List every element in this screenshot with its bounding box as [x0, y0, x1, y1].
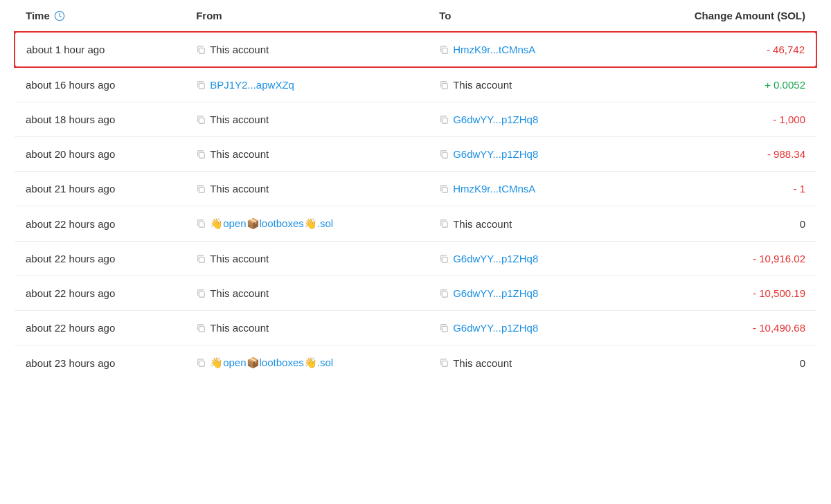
table-row: about 18 hours ago This account G6dwYY..… [15, 102, 816, 137]
from-cell: BPJ1Y2...apwXZq [185, 67, 428, 102]
svg-rect-12 [443, 222, 448, 227]
transactions-container: Time From To Change Amount (SOL) about 1… [0, 0, 831, 380]
from-cell: This account [185, 242, 428, 276]
svg-rect-20 [443, 361, 448, 366]
to-cell: G6dwYY...p1ZHq8 [428, 137, 613, 172]
change-column-header: Change Amount (SOL) [613, 0, 816, 32]
to-address-link[interactable]: G6dwYY...p1ZHq8 [453, 114, 538, 125]
to-account-label: This account [453, 218, 512, 230]
svg-rect-11 [199, 222, 205, 227]
from-cell: This account [185, 276, 428, 311]
from-account-label: This account [210, 44, 269, 55]
time-column-header: Time [15, 0, 185, 32]
table-row: about 22 hours ago This account G6dwYY..… [15, 242, 816, 276]
to-cell: HmzK9r...tCMnsA [428, 32, 613, 67]
svg-rect-1 [199, 48, 205, 53]
time-cell: about 21 hours ago [15, 172, 185, 206]
svg-rect-5 [199, 118, 205, 123]
time-cell: about 23 hours ago [15, 345, 185, 381]
table-header-row: Time From To Change Amount (SOL) [15, 0, 816, 32]
clock-icon [54, 10, 65, 21]
time-cell: about 22 hours ago [15, 311, 185, 345]
time-cell: about 22 hours ago [15, 276, 185, 311]
from-cell: This account [185, 32, 428, 67]
from-cell: This account [185, 137, 428, 172]
from-emoji-link[interactable]: 👋open📦lootboxes👋.sol [210, 217, 333, 230]
table-row: about 22 hours ago 👋open📦lootboxes👋.sol … [15, 206, 816, 242]
to-address-link[interactable]: HmzK9r...tCMnsA [453, 183, 535, 195]
transactions-table: Time From To Change Amount (SOL) about 1… [14, 0, 817, 380]
amount-cell: - 1,000 [613, 102, 816, 137]
table-row: about 22 hours ago This account G6dwYY..… [15, 276, 816, 311]
amount-cell: - 46,742 [613, 32, 816, 67]
svg-rect-19 [199, 361, 205, 366]
to-cell: G6dwYY...p1ZHq8 [428, 311, 613, 345]
svg-rect-9 [199, 187, 205, 192]
to-address-link[interactable]: G6dwYY...p1ZHq8 [453, 148, 538, 160]
from-cell: This account [185, 311, 428, 345]
to-address-link[interactable]: HmzK9r...tCMnsA [453, 44, 535, 55]
from-account-label: This account [210, 253, 269, 264]
table-row: about 23 hours ago 👋open📦lootboxes👋.sol … [15, 345, 816, 381]
svg-rect-15 [199, 291, 205, 297]
svg-rect-2 [443, 48, 448, 53]
amount-cell: - 10,490.68 [613, 311, 816, 345]
from-account-label: This account [210, 183, 269, 195]
svg-rect-14 [443, 257, 448, 262]
from-account-label: This account [210, 114, 269, 125]
from-address-link[interactable]: BPJ1Y2...apwXZq [210, 79, 294, 91]
time-cell: about 18 hours ago [15, 102, 185, 137]
table-body: about 1 hour ago This account HmzK9r...t… [15, 32, 816, 380]
svg-rect-13 [199, 257, 205, 262]
amount-cell: - 1 [613, 172, 816, 206]
to-cell: G6dwYY...p1ZHq8 [428, 276, 613, 311]
from-cell: This account [185, 172, 428, 206]
from-cell: 👋open📦lootboxes👋.sol [185, 206, 428, 242]
from-cell: 👋open📦lootboxes👋.sol [185, 345, 428, 381]
to-cell: This account [428, 67, 613, 102]
svg-rect-4 [443, 83, 448, 89]
time-cell: about 22 hours ago [15, 206, 185, 242]
from-emoji-link[interactable]: 👋open📦lootboxes👋.sol [210, 357, 333, 369]
time-cell: about 20 hours ago [15, 137, 185, 172]
svg-rect-7 [199, 152, 205, 158]
to-cell: This account [428, 345, 613, 381]
table-row: about 22 hours ago This account G6dwYY..… [15, 311, 816, 345]
svg-rect-16 [443, 291, 448, 297]
to-cell: This account [428, 206, 613, 242]
amount-cell: - 10,500.19 [613, 276, 816, 311]
from-account-label: This account [210, 322, 269, 334]
to-address-link[interactable]: G6dwYY...p1ZHq8 [453, 253, 538, 264]
to-account-label: This account [453, 79, 512, 91]
table-row: about 21 hours ago This account HmzK9r..… [15, 172, 816, 206]
to-cell: G6dwYY...p1ZHq8 [428, 242, 613, 276]
svg-rect-17 [199, 326, 205, 332]
svg-rect-3 [199, 83, 205, 89]
from-cell: This account [185, 102, 428, 137]
time-cell: about 22 hours ago [15, 242, 185, 276]
table-row: about 20 hours ago This account G6dwYY..… [15, 137, 816, 172]
to-column-header: To [428, 0, 613, 32]
from-account-label: This account [210, 148, 269, 160]
amount-cell: - 10,916.02 [613, 242, 816, 276]
amount-cell: 0 [613, 345, 816, 381]
amount-cell: - 988.34 [613, 137, 816, 172]
svg-rect-6 [443, 118, 448, 123]
to-account-label: This account [453, 357, 512, 369]
from-column-header: From [185, 0, 428, 32]
to-cell: HmzK9r...tCMnsA [428, 172, 613, 206]
to-address-link[interactable]: G6dwYY...p1ZHq8 [453, 287, 538, 299]
to-address-link[interactable]: G6dwYY...p1ZHq8 [453, 322, 538, 334]
table-row: about 16 hours ago BPJ1Y2...apwXZq This … [15, 67, 816, 102]
from-account-label: This account [210, 287, 269, 299]
time-cell: about 1 hour ago [15, 32, 185, 67]
svg-rect-18 [443, 326, 448, 332]
amount-cell: 0 [613, 206, 816, 242]
table-row: about 1 hour ago This account HmzK9r...t… [15, 32, 816, 67]
amount-cell: + 0.0052 [613, 67, 816, 102]
svg-rect-10 [443, 187, 448, 192]
to-cell: G6dwYY...p1ZHq8 [428, 102, 613, 137]
time-cell: about 16 hours ago [15, 67, 185, 102]
svg-rect-8 [443, 152, 448, 158]
